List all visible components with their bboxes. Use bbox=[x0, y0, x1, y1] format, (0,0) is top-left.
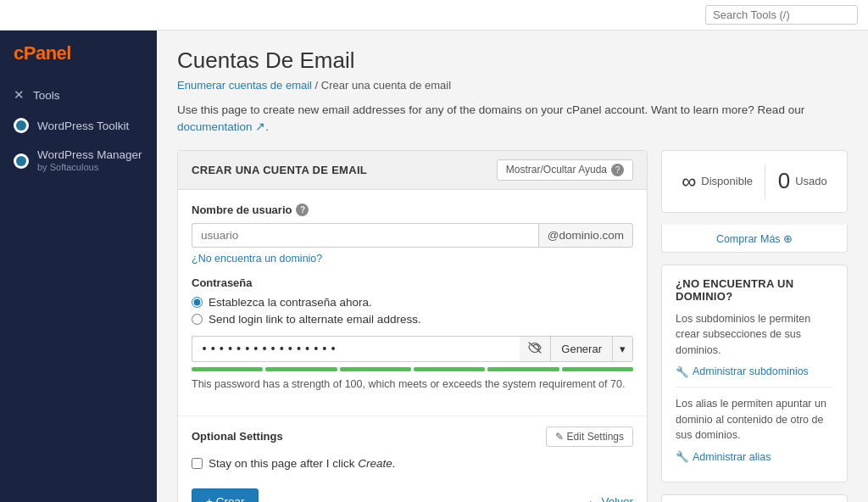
usage-card-wrapper: ∞ Disponible 0 Usado bbox=[661, 150, 848, 253]
password-radio-group: Establezca la contraseña ahora. Send log… bbox=[192, 296, 633, 326]
sidebar-logo: cPanel bbox=[0, 31, 157, 73]
sidebar-label-wordpress-toolkit: WordPress Toolkit bbox=[37, 120, 129, 132]
eye-icon bbox=[528, 342, 542, 356]
password-input[interactable] bbox=[192, 336, 520, 362]
buy-more-icon: ⊕ bbox=[783, 233, 793, 245]
form-card-title: CREAR UNA CUENTA DE EMAIL bbox=[192, 164, 367, 176]
domain-suffix: @dominio.com bbox=[538, 223, 633, 248]
sidebar-item-wordpress-manager[interactable]: WordPress Manager by Softaculous bbox=[0, 141, 157, 181]
generate-password-button[interactable]: Generar bbox=[550, 336, 612, 362]
used-label: Usado bbox=[795, 175, 827, 187]
sidebar-item-tools[interactable]: ✕ Tools bbox=[0, 80, 157, 110]
password-input-row: Generar ▾ bbox=[192, 336, 633, 362]
no-domain-section-title: ¿NO ENCUENTRA UN DOMINIO? bbox=[676, 277, 833, 303]
infinity-icon: ∞ bbox=[682, 170, 696, 193]
breadcrumb-separator: / bbox=[315, 79, 321, 92]
strength-bar-1 bbox=[192, 367, 263, 371]
radio-set-now[interactable]: Establezca la contraseña ahora. bbox=[192, 296, 633, 309]
help-question-icon: ? bbox=[611, 164, 624, 176]
logo-panel: Panel bbox=[24, 42, 71, 64]
wrench-icon-alias: 🔧 bbox=[676, 450, 689, 463]
optional-settings-title: Optional Settings bbox=[192, 430, 283, 443]
sidebar-label-wordpress-manager: WordPress Manager bbox=[37, 148, 142, 162]
breadcrumb: Enumerar cuentas de email / Crear una cu… bbox=[177, 79, 848, 92]
optional-settings-section: Optional Settings ✎ Edit Settings Stay o… bbox=[178, 416, 647, 470]
layout: cPanel ✕ Tools WordPress Toolkit WordPre… bbox=[0, 31, 868, 502]
form-actions: + Crear ← Volver bbox=[178, 482, 647, 503]
radio-set-now-input[interactable] bbox=[192, 297, 203, 308]
usage-card: ∞ Disponible 0 Usado bbox=[661, 150, 848, 213]
strength-text: This password has a strength of 100, whi… bbox=[192, 378, 633, 390]
used-item: 0 Usado bbox=[778, 168, 827, 194]
wp-icon-manager bbox=[14, 153, 29, 169]
create-button[interactable]: + Crear bbox=[192, 488, 259, 503]
wrench-icon-subdomains: 🔧 bbox=[676, 365, 689, 378]
help-toggle-button[interactable]: Mostrar/Ocultar Ayuda ? bbox=[497, 159, 633, 181]
breadcrumb-current: Crear una cuenta de email bbox=[321, 79, 451, 92]
help-btn-label: Mostrar/Ocultar Ayuda bbox=[506, 164, 607, 176]
form-panel: CREAR UNA CUENTA DE EMAIL Mostrar/Oculta… bbox=[177, 150, 648, 503]
form-card-header: CREAR UNA CUENTA DE EMAIL Mostrar/Oculta… bbox=[178, 151, 647, 190]
strength-bar-2 bbox=[265, 367, 337, 371]
main-content: Cuentas De Email Enumerar cuentas de ema… bbox=[157, 31, 868, 502]
stay-on-page-checkbox[interactable] bbox=[192, 458, 203, 469]
generate-dropdown-button[interactable]: ▾ bbox=[612, 336, 633, 362]
side-panel: ∞ Disponible 0 Usado bbox=[661, 150, 848, 503]
search-tools-input[interactable] bbox=[705, 5, 858, 25]
wp-icon-toolkit bbox=[14, 118, 29, 133]
available-item: ∞ Disponible bbox=[682, 170, 753, 193]
back-button[interactable]: ← Volver bbox=[587, 495, 633, 503]
page-title: Cuentas De Email bbox=[177, 47, 848, 74]
sidebar-nav: ✕ Tools WordPress Toolkit WordPress Mana… bbox=[0, 73, 157, 187]
password-visibility-toggle[interactable] bbox=[520, 336, 550, 362]
username-input[interactable] bbox=[192, 223, 538, 248]
info-section-divider bbox=[676, 387, 833, 388]
alias-text: Los alias le permiten apuntar un dominio… bbox=[676, 396, 833, 443]
subdomains-text: Los subdominios le permiten crear subsec… bbox=[676, 311, 833, 359]
buy-more-row: Comprar Más ⊕ bbox=[661, 225, 848, 253]
sidebar-label-wordpress-manager-sub: by Softaculous bbox=[37, 162, 142, 173]
edit-settings-button[interactable]: ✎ Edit Settings bbox=[546, 427, 633, 447]
manage-alias-link[interactable]: 🔧 Administrar alias bbox=[676, 450, 833, 463]
strength-bar-6 bbox=[562, 367, 633, 371]
strength-bar-4 bbox=[414, 367, 485, 371]
sidebar-item-label-tools: Tools bbox=[33, 89, 60, 102]
buy-more-link[interactable]: Comprar Más ⊕ bbox=[716, 233, 793, 245]
optional-settings-header: Optional Settings ✎ Edit Settings bbox=[192, 427, 633, 447]
strength-bar-5 bbox=[487, 367, 559, 371]
radio-login-link[interactable]: Send login link to alternate email addre… bbox=[192, 313, 633, 326]
tools-icon: ✕ bbox=[14, 87, 25, 103]
email-input-row: @dominio.com bbox=[192, 223, 633, 248]
password-label: Contraseña bbox=[192, 276, 633, 289]
top-bar bbox=[0, 0, 868, 31]
stay-on-page-label: Stay on this page after I click Create. bbox=[209, 457, 396, 470]
available-label: Disponible bbox=[701, 175, 753, 187]
breadcrumb-link[interactable]: Enumerar cuentas de email bbox=[177, 79, 312, 92]
strength-bar-3 bbox=[340, 367, 411, 371]
intro-text: Use this page to create new email addres… bbox=[177, 102, 848, 137]
sidebar: cPanel ✕ Tools WordPress Toolkit WordPre… bbox=[0, 31, 157, 502]
stay-on-page-row: Stay on this page after I click Create. bbox=[192, 457, 633, 470]
form-body: Nombre de usuario ? @dominio.com ¿No enc… bbox=[178, 190, 647, 416]
content-columns: CREAR UNA CUENTA DE EMAIL Mostrar/Oculta… bbox=[177, 150, 848, 503]
radio-login-link-input[interactable] bbox=[192, 314, 203, 325]
used-count: 0 bbox=[778, 168, 790, 194]
usage-divider bbox=[765, 165, 765, 198]
manage-subdomains-link[interactable]: 🔧 Administrar subdominios bbox=[676, 365, 833, 378]
sidebar-item-wordpress-toolkit[interactable]: WordPress Toolkit bbox=[0, 110, 157, 141]
no-domain-info-section: ¿NO ENCUENTRA UN DOMINIO? Los subdominio… bbox=[661, 265, 848, 483]
no-domain-link[interactable]: ¿No encuentra un dominio? bbox=[192, 253, 322, 265]
username-label: Nombre de usuario ? bbox=[192, 204, 633, 216]
documentation-link[interactable]: documentation ↗ bbox=[177, 120, 265, 133]
logo-c: c bbox=[14, 42, 24, 64]
help-section: ¿NECESITA AYUDA? ↗ Acerca de esta interf… bbox=[661, 494, 848, 502]
strength-bars bbox=[192, 367, 633, 371]
username-info-icon[interactable]: ? bbox=[296, 204, 309, 216]
form-card: CREAR UNA CUENTA DE EMAIL Mostrar/Oculta… bbox=[177, 150, 648, 503]
